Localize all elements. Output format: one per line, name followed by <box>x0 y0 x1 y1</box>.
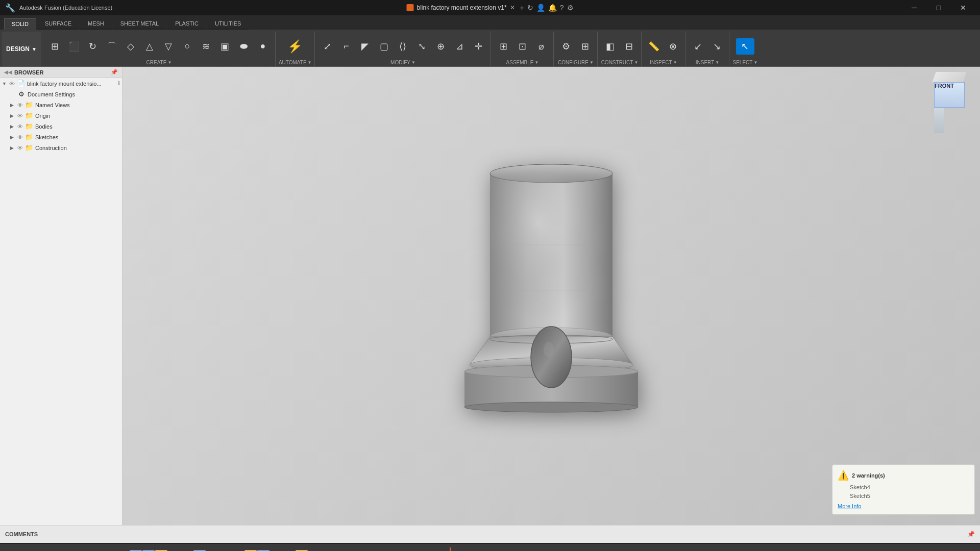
browser-pin-icon[interactable]: 📌 <box>111 69 118 76</box>
configure-label[interactable]: CONFIGURE ▼ <box>558 60 594 66</box>
tab-plastic[interactable]: PLASTIC <box>167 18 206 30</box>
revolve-button[interactable]: ↻ <box>84 38 102 55</box>
chamfer-button[interactable]: ◤ <box>356 38 374 55</box>
hole-button[interactable]: ○ <box>178 38 197 55</box>
tree-eye-sketches[interactable]: 👁 <box>17 134 23 140</box>
tree-item-sketches[interactable]: ▶ 👁 📁 Sketches <box>0 132 122 142</box>
close-file-icon[interactable]: ✕ <box>510 4 515 11</box>
timeline-scrubber[interactable] <box>450 547 451 551</box>
design-dropdown[interactable]: DESIGN ▼ <box>2 32 41 66</box>
refresh-icon[interactable]: ↻ <box>527 4 533 12</box>
sweep-button[interactable]: ⌒ <box>103 38 121 55</box>
browser-header-icons: 📌 <box>111 69 118 76</box>
tangent-rel-button[interactable]: ⌀ <box>532 38 550 55</box>
add-tab-icon[interactable]: + <box>520 4 524 12</box>
tree-eye-bodies[interactable]: 👁 <box>17 123 23 130</box>
offset-plane-button[interactable]: ◧ <box>601 38 619 55</box>
draft-button[interactable]: ⟨⟩ <box>394 38 412 55</box>
help-icon[interactable]: ? <box>560 4 564 12</box>
timeline-last-button[interactable]: ⏭ <box>63 549 78 551</box>
maximize-button[interactable]: □ <box>927 0 950 15</box>
create-label[interactable]: CREATE ▼ <box>146 60 172 66</box>
tree-eye-named-views[interactable]: 👁 <box>17 102 23 108</box>
tab-mesh[interactable]: MESH <box>80 18 112 30</box>
more-info-link[interactable]: More Info <box>838 503 969 509</box>
tree-eye-construction[interactable]: 👁 <box>17 145 23 151</box>
tab-solid[interactable]: SOLID <box>4 18 36 30</box>
loft-button[interactable]: ◇ <box>121 38 140 55</box>
select-button[interactable]: ↖ <box>736 38 754 55</box>
create-new-component-button[interactable]: ⊞ <box>46 38 64 55</box>
move-button[interactable]: ✛ <box>469 38 487 55</box>
tree-item-named-views[interactable]: ▶ 👁 📁 Named Views <box>0 99 122 110</box>
browser-collapse-icon[interactable]: ◀◀ <box>4 69 12 75</box>
inspect-tools: 📏 ⊗ <box>645 33 682 60</box>
create-arrow-icon: ▼ <box>167 60 172 65</box>
tree-eye-root[interactable]: 👁 <box>9 81 15 87</box>
midplane-button[interactable]: ⊟ <box>620 38 638 55</box>
rigid-group-button[interactable]: ⊡ <box>513 38 531 55</box>
tree-item-root[interactable]: ▼ 👁 📄 blink factory mount extensio... ℹ <box>0 78 122 89</box>
view-cube[interactable]: Z FRONT <box>934 72 975 113</box>
cylinder-button[interactable]: ⬬ <box>235 38 253 55</box>
tab-sheet-metal[interactable]: SHEET METAL <box>113 18 166 30</box>
measure-button[interactable]: 📏 <box>645 38 663 55</box>
interference-button[interactable]: ⊗ <box>664 38 682 55</box>
fillet-button[interactable]: ⌐ <box>337 38 355 55</box>
tree-arrow-named-views: ▶ <box>10 103 15 108</box>
assemble-label[interactable]: ASSEMBLE ▼ <box>506 60 539 66</box>
timeline-prev-button[interactable]: ◀ <box>17 549 32 551</box>
tree-info-icon[interactable]: ℹ <box>118 80 120 87</box>
combine-button[interactable]: ⊕ <box>431 38 450 55</box>
modify-label[interactable]: MODIFY ▼ <box>390 60 415 66</box>
account-icon[interactable]: 👤 <box>536 4 545 12</box>
tree-eye-origin[interactable]: 👁 <box>17 113 23 119</box>
timeline-settings-button[interactable]: ⚙ <box>964 549 978 551</box>
tree-item-construction[interactable]: ▶ 👁 📁 Construction <box>0 142 122 153</box>
comments-pin-icon[interactable]: 📌 <box>967 531 975 538</box>
tree-label-bodies: Bodies <box>35 123 120 130</box>
joint-button[interactable]: ⊞ <box>494 38 512 55</box>
timeline-next-button[interactable]: ▶▶ <box>48 549 62 551</box>
tab-utilities[interactable]: UTILITIES <box>207 18 249 30</box>
insert-svg-button[interactable]: ↙ <box>689 38 707 55</box>
construct-label[interactable]: CONSTRUCT ▼ <box>601 60 639 66</box>
viewport[interactable]: Z FRONT ⚠️ 2 warning(s) Sketch4 Sketch5 … <box>122 67 980 525</box>
thread-button[interactable]: ≋ <box>197 38 215 55</box>
automate-label[interactable]: AUTOMATE ▼ <box>279 60 312 66</box>
configure-model-button[interactable]: ⚙ <box>557 38 575 55</box>
sphere-button[interactable]: ● <box>254 38 272 55</box>
configure-2-button[interactable]: ⊞ <box>576 38 594 55</box>
inspect-label[interactable]: INSPECT ▼ <box>650 60 677 66</box>
settings-icon[interactable]: ⚙ <box>567 4 574 12</box>
cylinder-icon: ⬬ <box>240 41 248 52</box>
insert-label[interactable]: INSERT ▼ <box>696 60 719 66</box>
cube-top-face[interactable] <box>932 72 966 82</box>
notification-icon[interactable]: 🔔 <box>548 4 557 12</box>
web-icon: ▽ <box>165 41 172 52</box>
automate-button[interactable]: ⚡ <box>284 33 306 60</box>
tree-icon-bodies: 📁 <box>25 122 33 130</box>
web-button[interactable]: ▽ <box>159 38 178 55</box>
tree-item-doc-settings[interactable]: ▶ ⚙ Document Settings <box>0 89 122 99</box>
replace-face-icon: ⊿ <box>456 41 463 52</box>
tree-item-bodies[interactable]: ▶ 👁 📁 Bodies <box>0 121 122 132</box>
tab-surface[interactable]: SURFACE <box>37 18 79 30</box>
rib-button[interactable]: △ <box>140 38 159 55</box>
cube-right-face[interactable] <box>934 108 944 133</box>
press-pull-button[interactable]: ⤢ <box>318 38 336 55</box>
cube-front-face[interactable]: FRONT <box>934 82 965 108</box>
extrude-button[interactable]: ⬛ <box>65 38 83 55</box>
tree-item-origin[interactable]: ▶ 👁 📁 Origin <box>0 110 122 121</box>
shell-button[interactable]: ▢ <box>375 38 393 55</box>
title-bar-left: 🔧 Autodesk Fusion (Education License) <box>5 3 112 13</box>
replace-face-button[interactable]: ⊿ <box>450 38 469 55</box>
insert-dxf-button[interactable]: ↘ <box>707 38 726 55</box>
timeline-first-button[interactable]: ⏮ <box>2 549 16 551</box>
timeline-play-button[interactable]: ▶ <box>33 549 47 551</box>
close-button[interactable]: ✕ <box>951 0 975 15</box>
minimize-button[interactable]: ─ <box>902 0 926 15</box>
box-button[interactable]: ▣ <box>216 38 234 55</box>
select-label[interactable]: SELECT ▼ <box>732 60 757 66</box>
scale-button[interactable]: ⤡ <box>412 38 431 55</box>
